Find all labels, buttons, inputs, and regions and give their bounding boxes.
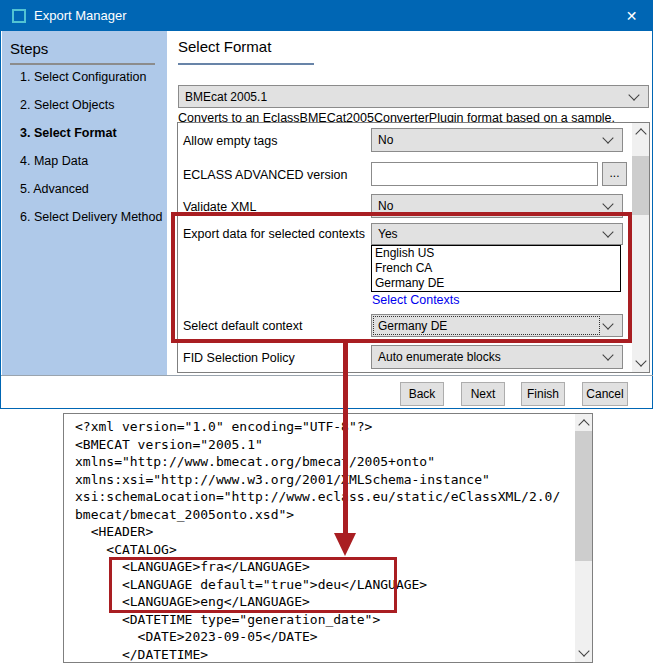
xml-line: <DATE>2023-09-05</DATE>: [75, 628, 560, 646]
xml-scrollbar[interactable]: [575, 414, 592, 662]
list-item[interactable]: Germany DE: [372, 276, 620, 291]
sidebar-item-select-format[interactable]: 3. Select Format: [20, 126, 117, 140]
finish-button[interactable]: Finish: [521, 382, 565, 406]
xml-line: bmecat/bmecat_2005onto.xsd">: [75, 506, 560, 524]
default-context-label: Select default context: [183, 319, 303, 333]
default-context-select[interactable]: Germany DE: [371, 314, 623, 337]
steps-sidebar: Steps 1. Select Configuration 2. Select …: [2, 31, 167, 375]
export-contexts-value: Yes: [378, 227, 398, 241]
xml-line: xsi:schemaLocation="http://www.eclass.eu…: [75, 488, 560, 506]
select-contexts-link[interactable]: Select Contexts: [372, 293, 460, 307]
screenshot-root: Export Manager ✕ Steps 1. Select Configu…: [0, 0, 653, 671]
validate-xml-label: Validate XML: [183, 200, 256, 214]
xml-line: xmlns="http://www.bmecat.org/bmecat/2005…: [75, 453, 560, 471]
xml-preview-panel: <?xml version="1.0" encoding="UTF-8"?> <…: [63, 413, 593, 663]
options-scrollbar[interactable]: [632, 123, 649, 372]
next-button[interactable]: Next: [461, 382, 505, 406]
chevron-down-icon: [602, 198, 613, 209]
close-icon[interactable]: ✕: [609, 1, 653, 31]
scroll-up-button[interactable]: [575, 414, 592, 431]
format-select-value: BMEcat 2005.1: [185, 90, 267, 104]
browse-button[interactable]: ...: [602, 162, 627, 186]
export-manager-dialog: Export Manager ✕ Steps 1. Select Configu…: [0, 0, 653, 409]
sidebar-item-advanced[interactable]: 5. Advanced: [20, 182, 89, 196]
page-title: Select Format: [178, 38, 271, 55]
xml-line: <?xml version="1.0" encoding="UTF-8"?>: [75, 418, 560, 436]
export-contexts-select[interactable]: Yes: [371, 223, 623, 245]
dialog-separator: [1, 375, 653, 376]
allow-empty-tags-label: Allow empty tags: [183, 134, 277, 148]
fid-policy-label: FID Selection Policy: [183, 351, 295, 365]
xml-code: <?xml version="1.0" encoding="UTF-8"?> <…: [75, 418, 560, 663]
scrollbar-thumb[interactable]: [632, 156, 649, 215]
chevron-up-icon: [578, 419, 589, 430]
xml-line: <HEADER>: [75, 523, 560, 541]
xml-line: <BMECAT version="2005.1": [75, 436, 560, 454]
default-context-value: Germany DE: [378, 319, 447, 333]
xml-line: <CATALOG>: [75, 541, 560, 559]
list-item[interactable]: English US: [372, 246, 620, 261]
page-title-underline: [178, 63, 314, 65]
format-options-panel: Allow empty tags No ECLASS ADVANCED vers…: [177, 122, 650, 373]
list-item[interactable]: French CA: [372, 261, 620, 276]
sidebar-item-select-objects[interactable]: 2. Select Objects: [20, 98, 115, 112]
chevron-down-icon: [602, 226, 613, 237]
window-title: Export Manager: [34, 1, 127, 31]
chevron-down-icon: [578, 645, 589, 656]
chevron-down-icon: [602, 349, 613, 360]
chevron-down-icon: [602, 318, 613, 329]
cancel-button[interactable]: Cancel: [582, 382, 628, 406]
xml-line: <DATETIME type="generation_date">: [75, 611, 560, 629]
validate-xml-select[interactable]: No: [371, 194, 623, 218]
allow-empty-tags-select[interactable]: No: [371, 128, 623, 152]
context-listbox[interactable]: English US French CA Germany DE: [371, 245, 621, 292]
scroll-down-button[interactable]: [575, 645, 592, 662]
xml-line: <LANGUAGE default="true">deu</LANGUAGE>: [75, 576, 560, 594]
eclass-version-input[interactable]: [371, 162, 598, 186]
back-button[interactable]: Back: [400, 382, 444, 406]
chevron-down-icon: [635, 355, 646, 366]
validate-xml-value: No: [378, 199, 393, 213]
scroll-down-button[interactable]: [632, 355, 649, 372]
sidebar-item-select-delivery-method[interactable]: 6. Select Delivery Method: [20, 210, 162, 224]
scrollbar-thumb[interactable]: [575, 431, 592, 561]
xml-line: <LANGUAGE>fra</LANGUAGE>: [75, 558, 560, 576]
chevron-down-icon: [602, 132, 613, 143]
chevron-down-icon: [628, 89, 639, 100]
fid-policy-value: Auto enumerate blocks: [378, 350, 501, 364]
format-select[interactable]: BMEcat 2005.1: [178, 85, 649, 108]
export-contexts-label: Export data for selected contexts: [183, 227, 365, 241]
fid-policy-select[interactable]: Auto enumerate blocks: [371, 345, 623, 369]
steps-heading: Steps: [10, 40, 48, 57]
sidebar-item-map-data[interactable]: 4. Map Data: [20, 154, 88, 168]
steps-underline: [10, 63, 155, 65]
app-window-icon: [12, 9, 26, 23]
xml-line: <LANGUAGE>eng</LANGUAGE>: [75, 593, 560, 611]
scroll-up-button[interactable]: [632, 123, 649, 140]
xml-line: </DATETIME>: [75, 646, 560, 664]
eclass-version-label: ECLASS ADVANCED version: [183, 168, 347, 182]
sidebar-item-select-configuration[interactable]: 1. Select Configuration: [20, 70, 146, 84]
xml-line: xmlns:xsi="http://www.w3.org/2001/XMLSch…: [75, 471, 560, 489]
title-bar: Export Manager ✕: [1, 1, 653, 31]
chevron-up-icon: [635, 128, 646, 139]
allow-empty-tags-value: No: [378, 133, 393, 147]
